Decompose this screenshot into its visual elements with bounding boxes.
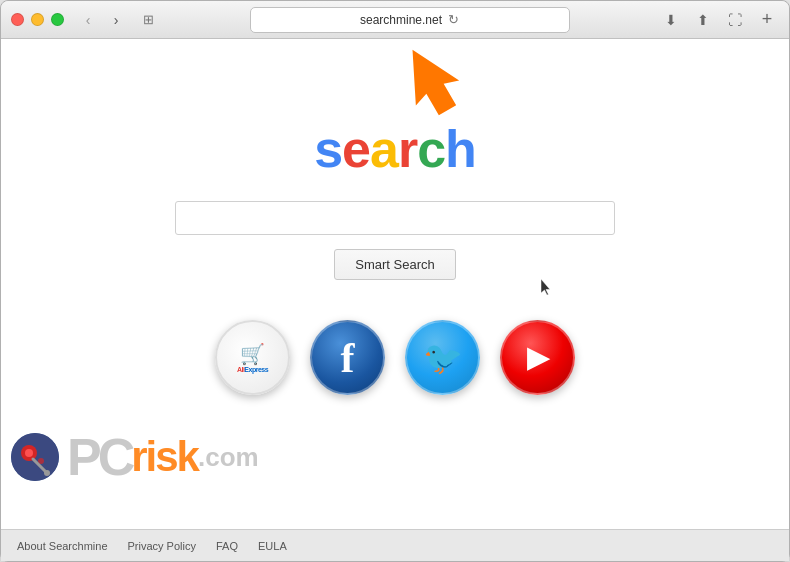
logo-letter-r: r [398,120,417,178]
pcrisk-com-text: .com [198,442,259,473]
footer-privacy-link[interactable]: Privacy Policy [128,540,196,552]
facebook-f-letter: f [341,337,355,379]
footer-faq-link[interactable]: FAQ [216,540,238,552]
new-tab-button[interactable]: + [755,8,779,32]
browser-window: ‹ › ⊞ searchmine.net ↻ ⬇ ⬆ ⛶ + search [0,0,790,562]
reload-button[interactable]: ↻ [448,12,459,27]
svg-point-1 [11,433,59,481]
smart-search-button[interactable]: Smart Search [334,249,455,280]
svg-line-5 [33,459,47,473]
logo-letter-a: a [370,120,398,178]
youtube-play-icon: ▶ [527,341,549,374]
page-content: search Smart Search 🛒 AliExpress f 🐦 [1,39,789,529]
search-logo: search [314,119,476,179]
download-icon[interactable]: ⬇ [659,8,683,32]
logo-letter-c: c [417,120,445,178]
close-button[interactable] [11,13,24,26]
pcrisk-ball-icon [11,433,59,481]
nav-buttons: ‹ › ⊞ [76,8,160,32]
twitter-icon[interactable]: 🐦 [405,320,480,395]
footer-about-link[interactable]: About Searchmine [17,540,108,552]
footer-eula-link[interactable]: EULA [258,540,287,552]
watermark: PC risk .com [1,417,789,497]
aliexpress-cart-icon: 🛒 [240,342,265,366]
toolbar-right: ⬇ ⬆ ⛶ + [659,8,779,32]
svg-point-6 [44,470,50,476]
title-bar: ‹ › ⊞ searchmine.net ↻ ⬇ ⬆ ⛶ + [1,1,789,39]
logo-letter-s: s [314,120,342,178]
minimize-button[interactable] [31,13,44,26]
address-bar-container: searchmine.net ↻ [168,7,651,33]
logo-letter-e: e [342,120,370,178]
pcrisk-pc-text: PC [67,431,131,483]
social-icons-row: 🛒 AliExpress f 🐦 ▶ [215,320,575,395]
aliexpress-label: AliExpress [237,366,268,373]
logo-letter-h: h [445,120,476,178]
traffic-lights [11,13,64,26]
pcrisk-logo: PC risk .com [1,431,259,483]
youtube-icon[interactable]: ▶ [500,320,575,395]
svg-point-2 [21,445,37,461]
mouse-cursor [541,279,551,295]
twitter-bird-icon: 🐦 [423,339,463,377]
facebook-icon[interactable]: f [310,320,385,395]
forward-button[interactable]: › [104,8,128,32]
address-bar[interactable]: searchmine.net ↻ [250,7,570,33]
maximize-button[interactable] [51,13,64,26]
search-button-container: Smart Search [334,249,455,280]
pcrisk-risk-text: risk [131,436,198,478]
search-input-container [175,201,615,235]
svg-point-4 [38,458,44,464]
reader-button[interactable]: ⊞ [136,8,160,32]
share-icon[interactable]: ⬆ [691,8,715,32]
url-text: searchmine.net [360,13,442,27]
aliexpress-icon[interactable]: 🛒 AliExpress [215,320,290,395]
back-button[interactable]: ‹ [76,8,100,32]
window-icon[interactable]: ⛶ [723,8,747,32]
search-input[interactable] [175,201,615,235]
page-footer: About Searchmine Privacy Policy FAQ EULA [1,529,789,561]
svg-point-3 [25,449,33,457]
